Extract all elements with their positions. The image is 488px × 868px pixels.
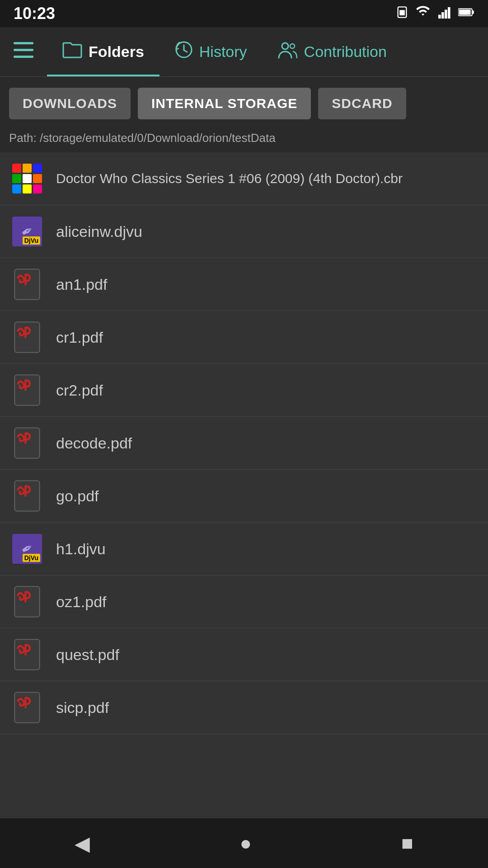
hamburger-button[interactable] xyxy=(0,41,47,63)
pdf-file-icon xyxy=(11,480,43,512)
svg-rect-11 xyxy=(14,56,33,58)
tab-folders[interactable]: Folders xyxy=(47,27,160,76)
svg-rect-10 xyxy=(14,49,33,51)
cbr-icon xyxy=(11,162,43,195)
pdf-file-icon xyxy=(11,374,43,406)
signal-icon xyxy=(437,6,452,22)
tab-history[interactable]: History xyxy=(160,27,263,76)
list-item[interactable]: ✒ DjVu aliceinw.djvu xyxy=(0,205,488,258)
wifi-icon xyxy=(415,6,431,22)
svg-rect-20 xyxy=(14,586,39,617)
svg-point-13 xyxy=(282,43,288,49)
file-name: decode.pdf xyxy=(56,434,132,452)
internal-storage-button[interactable]: INTERNAL STORAGE xyxy=(138,88,311,119)
pdf-file-icon xyxy=(11,427,43,459)
file-name: sicp.pdf xyxy=(56,699,109,717)
file-name: an1.pdf xyxy=(56,276,107,293)
file-name: oz1.pdf xyxy=(56,593,107,611)
pdf-file-icon xyxy=(11,691,43,724)
folder-icon xyxy=(62,41,82,62)
svg-rect-5 xyxy=(448,7,450,18)
svg-rect-7 xyxy=(472,10,474,14)
svg-rect-17 xyxy=(14,375,39,405)
file-name: cr2.pdf xyxy=(56,382,103,399)
file-list: Doctor Who Classics Series 1 #06 (2009) … xyxy=(0,152,488,818)
file-name: quest.pdf xyxy=(56,646,119,664)
svg-rect-3 xyxy=(441,12,444,19)
list-item[interactable]: cr1.pdf xyxy=(0,311,488,364)
list-item[interactable]: sicp.pdf xyxy=(0,681,488,734)
recent-button[interactable]: ■ xyxy=(383,825,432,862)
pdf-file-icon xyxy=(11,268,43,301)
list-item[interactable]: go.pdf xyxy=(0,470,488,523)
djvu-file-icon: ✒ DjVu xyxy=(11,215,43,248)
status-time: 10:23 xyxy=(14,4,55,23)
svg-rect-2 xyxy=(438,14,441,18)
svg-rect-21 xyxy=(14,639,39,670)
list-item[interactable]: an1.pdf xyxy=(0,258,488,311)
home-button[interactable]: ● xyxy=(221,825,270,862)
tab-contribution[interactable]: Contribution xyxy=(263,27,402,76)
list-item[interactable]: cr2.pdf xyxy=(0,364,488,417)
downloads-button[interactable]: DOWNLOADS xyxy=(9,88,131,119)
path-bar: Path: /storage/emulated/0/Download/orion… xyxy=(0,127,488,152)
sim-icon xyxy=(396,6,408,22)
list-item[interactable]: Doctor Who Classics Series 1 #06 (2009) … xyxy=(0,152,488,205)
people-icon xyxy=(278,41,298,63)
svg-rect-18 xyxy=(14,428,39,458)
list-item[interactable]: oz1.pdf xyxy=(0,576,488,628)
file-name: cr1.pdf xyxy=(56,329,103,346)
file-name: h1.djvu xyxy=(56,540,106,558)
svg-rect-8 xyxy=(459,9,471,15)
list-item[interactable]: decode.pdf xyxy=(0,417,488,470)
status-icons xyxy=(396,6,474,22)
file-name: aliceinw.djvu xyxy=(56,223,142,241)
path-value: /storage/emulated/0/Download/orion/testD… xyxy=(40,131,276,145)
svg-rect-16 xyxy=(14,322,39,352)
tab-contribution-label: Contribution xyxy=(304,43,387,61)
path-label: Path: xyxy=(9,131,37,145)
bottom-nav: ◀ ● ■ xyxy=(0,818,488,868)
svg-rect-19 xyxy=(14,481,39,511)
svg-rect-15 xyxy=(14,269,39,299)
tab-history-label: History xyxy=(199,43,247,61)
list-item[interactable]: quest.pdf xyxy=(0,628,488,681)
tab-folders-label: Folders xyxy=(89,43,144,61)
pdf-file-icon xyxy=(11,321,43,354)
svg-rect-1 xyxy=(399,10,405,15)
pdf-file-icon xyxy=(11,585,43,618)
top-nav: Folders History Contribution xyxy=(0,27,488,77)
back-button[interactable]: ◀ xyxy=(56,825,108,862)
list-item[interactable]: ✒ DjVu h1.djvu xyxy=(0,523,488,576)
svg-rect-4 xyxy=(445,9,447,19)
pdf-file-icon xyxy=(11,638,43,671)
svg-point-14 xyxy=(290,44,295,48)
sdcard-button[interactable]: SDCARD xyxy=(318,88,406,119)
status-bar: 10:23 xyxy=(0,0,488,27)
djvu-file-icon: ✒ DjVu xyxy=(11,533,43,565)
file-name: go.pdf xyxy=(56,487,99,505)
svg-rect-9 xyxy=(14,42,33,44)
storage-buttons: DOWNLOADS INTERNAL STORAGE SDCARD xyxy=(0,77,488,127)
file-name: Doctor Who Classics Series 1 #06 (2009) … xyxy=(56,171,403,186)
history-icon xyxy=(175,41,193,63)
svg-rect-22 xyxy=(14,692,39,722)
battery-icon xyxy=(458,6,474,22)
